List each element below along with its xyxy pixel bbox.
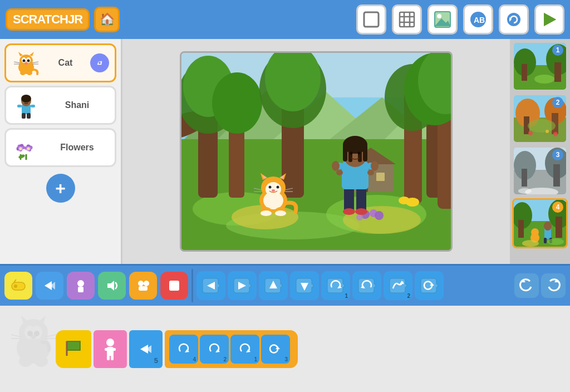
shani-sprite-name: Shani	[45, 100, 109, 110]
cat-avatar	[12, 48, 41, 77]
svg-point-101	[277, 186, 279, 189]
sprite-item-cat[interactable]: Cat	[4, 43, 116, 82]
script-inner-rotate1[interactable]: 4	[169, 335, 198, 364]
home-button[interactable]: 🏠	[94, 7, 120, 32]
sprite-item-flowers[interactable]: Flowers	[4, 128, 116, 167]
category-looks-button[interactable]	[67, 272, 95, 300]
svg-rect-139	[522, 64, 527, 81]
category-motion-button[interactable]	[36, 272, 63, 300]
cat-edit-button[interactable]	[90, 53, 109, 72]
tool-scene-button[interactable]	[428, 4, 458, 35]
svg-rect-185	[169, 281, 179, 291]
script-inner-end[interactable]: 3	[261, 335, 290, 364]
svg-point-213	[106, 339, 114, 346]
stage-canvas[interactable]	[180, 51, 453, 252]
block-turn-left[interactable]	[352, 271, 381, 300]
svg-rect-216	[111, 348, 116, 351]
svg-rect-0	[364, 12, 379, 27]
svg-marker-181	[107, 281, 114, 291]
category-stop-button[interactable]	[160, 272, 188, 300]
scene-thumb-3[interactable]: 3	[512, 146, 568, 196]
undo-button[interactable]	[514, 273, 539, 298]
svg-point-90	[375, 211, 384, 220]
svg-marker-211	[67, 341, 80, 356]
script-block-flag[interactable]	[56, 330, 91, 368]
shani-avatar	[12, 91, 41, 120]
category-trigger-button[interactable]	[4, 272, 32, 300]
svg-point-39	[27, 100, 29, 102]
scratch-logo: SCRATCHJR	[6, 8, 90, 31]
block-turn-right-num: 1	[345, 293, 348, 299]
script-inner-rotate3[interactable]: 1	[230, 335, 259, 364]
scene-thumb-2[interactable]: 2	[512, 94, 568, 144]
tool-grid-button[interactable]	[392, 4, 422, 35]
svg-point-93	[399, 197, 410, 204]
svg-rect-140	[554, 62, 561, 82]
cat-watermark	[6, 303, 61, 386]
svg-point-159	[518, 188, 532, 194]
svg-point-15	[19, 55, 33, 67]
svg-rect-174	[12, 282, 25, 290]
scene-num-4: 4	[552, 202, 563, 213]
palette-divider	[191, 269, 193, 302]
svg-rect-35	[27, 113, 31, 119]
block-go-home[interactable]	[415, 271, 444, 300]
category-control-button[interactable]	[129, 272, 157, 300]
block-turn-right[interactable]: 1	[321, 271, 350, 300]
svg-point-206	[35, 356, 48, 367]
svg-point-151	[553, 132, 558, 136]
svg-point-169	[544, 222, 552, 231]
script-block-repeat[interactable]: 4 2 1	[165, 330, 298, 368]
svg-line-23	[14, 62, 20, 63]
category-sound-button[interactable]	[98, 272, 126, 300]
tool-text-button[interactable]: AB	[463, 4, 493, 35]
add-sprite-button[interactable]: +	[46, 174, 75, 203]
svg-rect-34	[22, 113, 26, 119]
svg-point-134	[367, 170, 374, 175]
svg-point-182	[138, 281, 144, 286]
script-inner-rotate2[interactable]: 2	[200, 335, 229, 364]
block-hop[interactable]: 2	[384, 271, 412, 300]
scene-num-2: 2	[552, 97, 563, 108]
run-button[interactable]	[534, 4, 564, 35]
svg-point-114	[261, 210, 272, 216]
svg-rect-124	[363, 145, 367, 161]
svg-point-141	[534, 75, 554, 84]
svg-point-49	[19, 148, 22, 150]
svg-point-127	[350, 152, 353, 155]
script-block-move5[interactable]: 5	[129, 330, 163, 368]
undo-redo-buttons	[514, 273, 566, 298]
scene-thumb-1[interactable]: 1	[512, 41, 568, 91]
block-move-right[interactable]	[196, 271, 225, 300]
flowers-sprite-name: Flowers	[45, 143, 109, 153]
redo-button[interactable]	[541, 273, 566, 298]
block-move-up[interactable]	[259, 271, 288, 300]
svg-point-172	[522, 240, 539, 247]
flowers-avatar	[12, 133, 41, 162]
script-block-person[interactable]	[94, 330, 127, 368]
svg-rect-215	[105, 348, 109, 351]
left-sidebar: Cat	[0, 39, 122, 264]
svg-rect-36	[17, 105, 22, 107]
svg-rect-37	[31, 105, 35, 107]
svg-point-115	[275, 210, 286, 216]
block-move-left[interactable]	[228, 271, 257, 300]
svg-point-128	[358, 152, 361, 155]
tool-reset-button[interactable]	[499, 4, 529, 35]
blocks-row: 1 2	[196, 271, 511, 300]
svg-text:AB: AB	[474, 16, 485, 24]
svg-point-68	[343, 206, 421, 234]
scene-thumb-4[interactable]: 4	[512, 198, 568, 248]
tool-frame-button[interactable]	[356, 4, 386, 35]
svg-point-7	[437, 14, 441, 18]
scripting-area: 5 4 2	[0, 306, 570, 392]
svg-marker-224	[276, 346, 280, 349]
svg-point-28	[27, 71, 32, 75]
svg-point-27	[20, 71, 26, 75]
script-blocks: 5 4 2	[56, 330, 298, 368]
main-area: Cat	[0, 39, 570, 264]
block-move-down[interactable]	[290, 271, 319, 300]
scene-num-1: 1	[552, 45, 563, 56]
sprite-item-shani[interactable]: Shani	[4, 86, 116, 125]
svg-point-100	[269, 186, 272, 189]
